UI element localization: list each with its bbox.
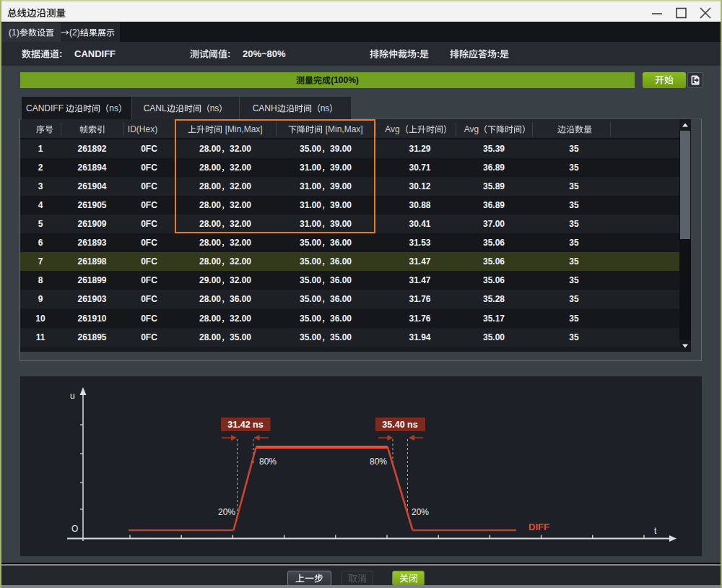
svg-text:u: u [70,391,75,401]
svg-text:80%: 80% [370,457,387,467]
svg-text:O: O [71,524,78,534]
svg-text:20%: 20% [412,507,429,517]
svg-text:31.42 ns: 31.42 ns [227,420,263,430]
svg-text:20%: 20% [218,507,235,517]
svg-text:DIFF: DIFF [529,522,549,532]
svg-text:80%: 80% [259,457,277,467]
svg-text:35.40 ns: 35.40 ns [382,420,417,430]
svg-text:t: t [654,526,657,536]
